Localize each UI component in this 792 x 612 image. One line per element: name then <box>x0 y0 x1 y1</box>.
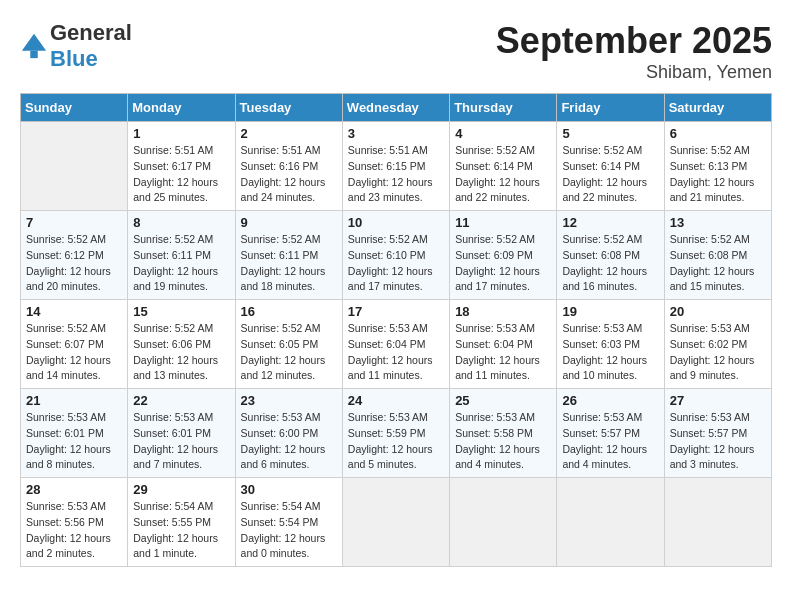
calendar-cell: 26Sunrise: 5:53 AMSunset: 5:57 PMDayligh… <box>557 389 664 478</box>
day-number: 13 <box>670 215 766 230</box>
calendar-cell <box>342 478 449 567</box>
day-number: 21 <box>26 393 122 408</box>
day-number: 29 <box>133 482 229 497</box>
day-info: Sunrise: 5:52 AMSunset: 6:05 PMDaylight:… <box>241 321 337 384</box>
calendar-cell: 3Sunrise: 5:51 AMSunset: 6:15 PMDaylight… <box>342 122 449 211</box>
logo-icon <box>20 32 48 60</box>
day-number: 10 <box>348 215 444 230</box>
day-info: Sunrise: 5:54 AMSunset: 5:55 PMDaylight:… <box>133 499 229 562</box>
calendar-cell: 12Sunrise: 5:52 AMSunset: 6:08 PMDayligh… <box>557 211 664 300</box>
svg-marker-0 <box>22 34 46 51</box>
calendar-cell: 5Sunrise: 5:52 AMSunset: 6:14 PMDaylight… <box>557 122 664 211</box>
day-number: 28 <box>26 482 122 497</box>
calendar-cell: 25Sunrise: 5:53 AMSunset: 5:58 PMDayligh… <box>450 389 557 478</box>
calendar-cell: 18Sunrise: 5:53 AMSunset: 6:04 PMDayligh… <box>450 300 557 389</box>
calendar-cell: 27Sunrise: 5:53 AMSunset: 5:57 PMDayligh… <box>664 389 771 478</box>
day-number: 25 <box>455 393 551 408</box>
calendar-cell: 1Sunrise: 5:51 AMSunset: 6:17 PMDaylight… <box>128 122 235 211</box>
calendar-cell: 2Sunrise: 5:51 AMSunset: 6:16 PMDaylight… <box>235 122 342 211</box>
calendar-week-4: 21Sunrise: 5:53 AMSunset: 6:01 PMDayligh… <box>21 389 772 478</box>
month-title: September 2025 <box>496 20 772 62</box>
day-number: 5 <box>562 126 658 141</box>
day-info: Sunrise: 5:52 AMSunset: 6:10 PMDaylight:… <box>348 232 444 295</box>
calendar-cell: 19Sunrise: 5:53 AMSunset: 6:03 PMDayligh… <box>557 300 664 389</box>
day-info: Sunrise: 5:53 AMSunset: 6:04 PMDaylight:… <box>348 321 444 384</box>
calendar-cell: 24Sunrise: 5:53 AMSunset: 5:59 PMDayligh… <box>342 389 449 478</box>
calendar-cell: 4Sunrise: 5:52 AMSunset: 6:14 PMDaylight… <box>450 122 557 211</box>
day-info: Sunrise: 5:53 AMSunset: 5:57 PMDaylight:… <box>562 410 658 473</box>
day-number: 8 <box>133 215 229 230</box>
calendar-cell: 20Sunrise: 5:53 AMSunset: 6:02 PMDayligh… <box>664 300 771 389</box>
day-info: Sunrise: 5:52 AMSunset: 6:12 PMDaylight:… <box>26 232 122 295</box>
day-info: Sunrise: 5:52 AMSunset: 6:13 PMDaylight:… <box>670 143 766 206</box>
calendar-cell: 14Sunrise: 5:52 AMSunset: 6:07 PMDayligh… <box>21 300 128 389</box>
day-info: Sunrise: 5:52 AMSunset: 6:08 PMDaylight:… <box>562 232 658 295</box>
day-number: 6 <box>670 126 766 141</box>
calendar-header-row: SundayMondayTuesdayWednesdayThursdayFrid… <box>21 94 772 122</box>
day-info: Sunrise: 5:53 AMSunset: 5:56 PMDaylight:… <box>26 499 122 562</box>
calendar-week-2: 7Sunrise: 5:52 AMSunset: 6:12 PMDaylight… <box>21 211 772 300</box>
day-number: 14 <box>26 304 122 319</box>
day-number: 18 <box>455 304 551 319</box>
day-number: 26 <box>562 393 658 408</box>
day-number: 9 <box>241 215 337 230</box>
day-info: Sunrise: 5:53 AMSunset: 6:04 PMDaylight:… <box>455 321 551 384</box>
calendar-cell <box>21 122 128 211</box>
header-monday: Monday <box>128 94 235 122</box>
calendar-cell: 7Sunrise: 5:52 AMSunset: 6:12 PMDaylight… <box>21 211 128 300</box>
calendar-cell: 13Sunrise: 5:52 AMSunset: 6:08 PMDayligh… <box>664 211 771 300</box>
calendar-week-3: 14Sunrise: 5:52 AMSunset: 6:07 PMDayligh… <box>21 300 772 389</box>
calendar-cell: 10Sunrise: 5:52 AMSunset: 6:10 PMDayligh… <box>342 211 449 300</box>
day-info: Sunrise: 5:51 AMSunset: 6:16 PMDaylight:… <box>241 143 337 206</box>
calendar-cell: 8Sunrise: 5:52 AMSunset: 6:11 PMDaylight… <box>128 211 235 300</box>
calendar-cell: 22Sunrise: 5:53 AMSunset: 6:01 PMDayligh… <box>128 389 235 478</box>
day-info: Sunrise: 5:52 AMSunset: 6:06 PMDaylight:… <box>133 321 229 384</box>
day-number: 20 <box>670 304 766 319</box>
title-block: September 2025 Shibam, Yemen <box>496 20 772 83</box>
day-number: 16 <box>241 304 337 319</box>
day-number: 27 <box>670 393 766 408</box>
svg-rect-1 <box>30 51 37 58</box>
calendar-cell: 23Sunrise: 5:53 AMSunset: 6:00 PMDayligh… <box>235 389 342 478</box>
day-info: Sunrise: 5:53 AMSunset: 6:01 PMDaylight:… <box>133 410 229 473</box>
day-number: 17 <box>348 304 444 319</box>
day-number: 30 <box>241 482 337 497</box>
day-info: Sunrise: 5:52 AMSunset: 6:14 PMDaylight:… <box>562 143 658 206</box>
header-thursday: Thursday <box>450 94 557 122</box>
calendar-week-1: 1Sunrise: 5:51 AMSunset: 6:17 PMDaylight… <box>21 122 772 211</box>
calendar-cell <box>664 478 771 567</box>
day-number: 12 <box>562 215 658 230</box>
day-number: 3 <box>348 126 444 141</box>
header-wednesday: Wednesday <box>342 94 449 122</box>
page-header: General Blue September 2025 Shibam, Yeme… <box>20 20 772 83</box>
header-sunday: Sunday <box>21 94 128 122</box>
calendar-cell: 28Sunrise: 5:53 AMSunset: 5:56 PMDayligh… <box>21 478 128 567</box>
calendar-cell <box>557 478 664 567</box>
day-info: Sunrise: 5:53 AMSunset: 5:58 PMDaylight:… <box>455 410 551 473</box>
day-number: 7 <box>26 215 122 230</box>
day-info: Sunrise: 5:51 AMSunset: 6:15 PMDaylight:… <box>348 143 444 206</box>
day-info: Sunrise: 5:54 AMSunset: 5:54 PMDaylight:… <box>241 499 337 562</box>
header-saturday: Saturday <box>664 94 771 122</box>
calendar-cell <box>450 478 557 567</box>
header-tuesday: Tuesday <box>235 94 342 122</box>
calendar-cell: 9Sunrise: 5:52 AMSunset: 6:11 PMDaylight… <box>235 211 342 300</box>
day-info: Sunrise: 5:52 AMSunset: 6:08 PMDaylight:… <box>670 232 766 295</box>
logo-general-text: General <box>50 20 132 45</box>
calendar-cell: 16Sunrise: 5:52 AMSunset: 6:05 PMDayligh… <box>235 300 342 389</box>
day-number: 11 <box>455 215 551 230</box>
day-number: 15 <box>133 304 229 319</box>
calendar-cell: 15Sunrise: 5:52 AMSunset: 6:06 PMDayligh… <box>128 300 235 389</box>
day-info: Sunrise: 5:53 AMSunset: 6:01 PMDaylight:… <box>26 410 122 473</box>
day-number: 4 <box>455 126 551 141</box>
day-info: Sunrise: 5:53 AMSunset: 6:02 PMDaylight:… <box>670 321 766 384</box>
day-number: 2 <box>241 126 337 141</box>
calendar-cell: 29Sunrise: 5:54 AMSunset: 5:55 PMDayligh… <box>128 478 235 567</box>
day-number: 24 <box>348 393 444 408</box>
day-info: Sunrise: 5:52 AMSunset: 6:11 PMDaylight:… <box>241 232 337 295</box>
day-info: Sunrise: 5:53 AMSunset: 5:59 PMDaylight:… <box>348 410 444 473</box>
calendar-cell: 30Sunrise: 5:54 AMSunset: 5:54 PMDayligh… <box>235 478 342 567</box>
header-friday: Friday <box>557 94 664 122</box>
day-info: Sunrise: 5:53 AMSunset: 5:57 PMDaylight:… <box>670 410 766 473</box>
calendar-body: 1Sunrise: 5:51 AMSunset: 6:17 PMDaylight… <box>21 122 772 567</box>
